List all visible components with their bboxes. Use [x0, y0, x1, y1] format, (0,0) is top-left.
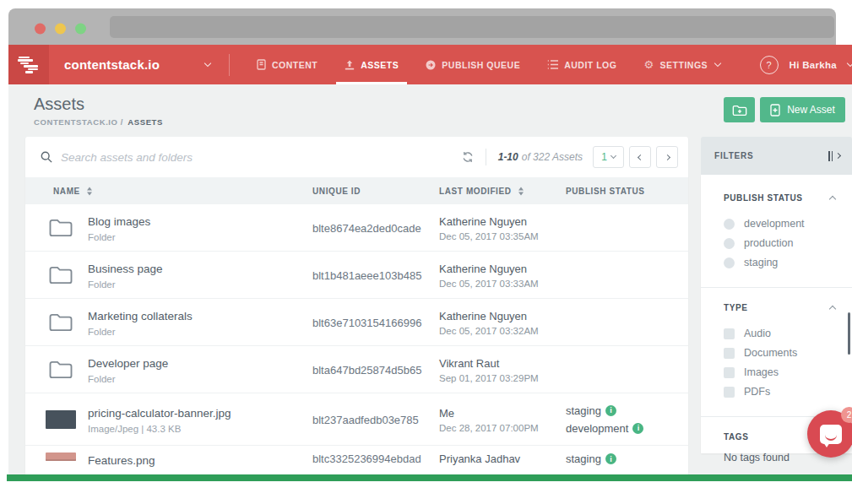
user-menu[interactable]: Hi Barkha [790, 60, 837, 70]
new-asset-button[interactable]: New Asset [760, 97, 845, 122]
nav-settings[interactable]: ⚙ SETTINGS [643, 45, 720, 84]
refresh-button[interactable] [462, 151, 474, 163]
collapse-panel-button[interactable] [828, 151, 840, 161]
prev-page-button[interactable] [629, 146, 651, 168]
checkbox-icon[interactable] [724, 348, 735, 359]
nav-divider [229, 54, 230, 76]
gear-icon: ⚙ [643, 59, 654, 70]
nav-content[interactable]: CONTENT [257, 45, 317, 84]
chevron-left-icon [637, 154, 643, 160]
section-divider [701, 287, 852, 288]
chevron-down-icon [847, 60, 852, 67]
publish-status-section-header[interactable]: PUBLISH STATUS [724, 193, 838, 203]
navbar-right: ? Hi Barkha [760, 56, 852, 74]
type-title: TYPE [724, 303, 748, 312]
info-icon[interactable] [605, 405, 616, 416]
asset-name: Features.png [88, 454, 155, 467]
column-name[interactable]: NAME [53, 187, 92, 196]
filter-option-pdfs[interactable]: PDFs [724, 382, 838, 401]
new-asset-label: New Asset [787, 104, 835, 116]
asset-type: Image/Jpeg | 43.3 KB [88, 424, 231, 434]
toolbar-divider [486, 149, 486, 165]
asset-name: Blog images [88, 215, 150, 228]
tags-title: TAGS [724, 432, 748, 442]
chat-bubble-icon [820, 425, 842, 444]
type-section-header[interactable]: TYPE [724, 303, 838, 312]
url-bar[interactable] [110, 16, 834, 38]
publish-icon [426, 60, 436, 70]
bottom-accent-bar [7, 474, 852, 481]
assets-panel: 1-10of 322 Assets 1 NAME UNIQUE ID LAST … [25, 137, 688, 475]
sort-icon[interactable] [518, 187, 524, 195]
type-options: Audio Documents Images PDFs [724, 324, 838, 401]
table-row[interactable]: Features.png bltc3325236994ebdad Priyank… [25, 446, 688, 475]
asset-name: pricing-calculator-banner.jpg [88, 407, 231, 420]
page-title: Assets [34, 95, 84, 114]
folder-icon [46, 264, 76, 285]
window-zoom-button[interactable] [75, 24, 86, 35]
info-icon[interactable] [605, 453, 616, 464]
filters-panel: FILTERS PUBLISH STATUS development produ… [701, 137, 852, 453]
nav-audit-log[interactable]: AUDIT LOG [547, 45, 616, 84]
image-thumbnail [46, 453, 76, 461]
range-total: of 322 Assets [522, 151, 583, 163]
table-row[interactable]: Marketing collateralsFolder blt63e710315… [25, 299, 688, 346]
chevron-up-icon [829, 306, 836, 312]
range-current: 1-10 [498, 151, 518, 163]
table-row[interactable]: pricing-calculator-banner.jpgImage/Jpeg … [25, 393, 688, 446]
next-page-button[interactable] [656, 146, 678, 168]
page-select[interactable]: 1 [593, 146, 624, 168]
filter-option-staging[interactable]: staging [724, 253, 838, 272]
filter-option-images[interactable]: Images [724, 363, 838, 382]
asset-type: Folder [88, 279, 163, 290]
screen: contentstack.io CONTENT ASSETS PUBLISH Q… [0, 0, 852, 504]
window-close-button[interactable] [35, 24, 46, 35]
contentstack-logo-icon[interactable] [8, 45, 49, 84]
radio-icon[interactable] [724, 257, 735, 268]
breadcrumb-current: ASSETS [128, 117, 163, 127]
nav-publish-queue[interactable]: PUBLISH QUEUE [426, 45, 520, 84]
stack-name: contentstack.io [64, 57, 160, 72]
info-icon[interactable] [632, 423, 643, 434]
stack-switcher[interactable]: contentstack.io [64, 57, 210, 72]
modified-by: Me [439, 406, 539, 419]
new-folder-button[interactable] [724, 97, 755, 122]
filters-header: FILTERS [701, 137, 852, 175]
window-minimize-button[interactable] [55, 24, 66, 35]
chat-notification-badge: 2 [841, 407, 852, 423]
table-row[interactable]: Blog imagesFolder blte8674ea2ded0cade Ka… [25, 204, 688, 252]
checkbox-icon[interactable] [724, 387, 735, 398]
audit-log-icon [547, 60, 558, 69]
breadcrumb-root[interactable]: CONTENTSTACK.IO / [34, 117, 123, 127]
column-unique-id: UNIQUE ID [312, 187, 361, 196]
filter-option-documents[interactable]: Documents [724, 344, 838, 362]
checkbox-icon[interactable] [724, 367, 735, 378]
modified-by: Katherine Nguyen [439, 262, 539, 274]
nav-assets[interactable]: ASSETS [345, 45, 399, 84]
modified-by: Priyanka Jadhav [439, 453, 520, 465]
scrollbar[interactable] [848, 312, 850, 355]
asset-type: Folder [88, 374, 168, 384]
asset-unique-id: blt1b481aeee103b485 [312, 268, 421, 281]
nav-audit-log-label: AUDIT LOG [564, 60, 616, 70]
sort-icon[interactable] [87, 187, 92, 195]
table-row[interactable]: Developer pageFolder blta647bd25874d5b65… [25, 346, 688, 393]
asset-type: Folder [88, 327, 193, 337]
browser-titlebar [8, 8, 836, 45]
filter-option-production[interactable]: production [724, 234, 838, 252]
search-input[interactable] [61, 151, 462, 164]
help-button[interactable]: ? [760, 56, 779, 74]
filter-option-development[interactable]: development [724, 214, 838, 233]
chevron-up-icon [829, 196, 836, 203]
radio-icon[interactable] [724, 238, 735, 249]
asset-name: Marketing collaterals [88, 310, 193, 322]
modified-by: Katherine Nguyen [439, 309, 539, 322]
radio-icon[interactable] [724, 219, 735, 230]
asset-type: Folder [88, 232, 150, 242]
modified-date: Dec 05, 2017 03:35AM [439, 230, 539, 241]
modified-date: Dec 28, 2017 07:00PM [439, 422, 539, 432]
filter-option-audio[interactable]: Audio [724, 324, 838, 343]
column-last-modified[interactable]: LAST MODIFIED [439, 187, 524, 196]
checkbox-icon[interactable] [724, 328, 735, 339]
table-row[interactable]: Business pageFolder blt1b481aeee103b485 … [25, 252, 688, 299]
